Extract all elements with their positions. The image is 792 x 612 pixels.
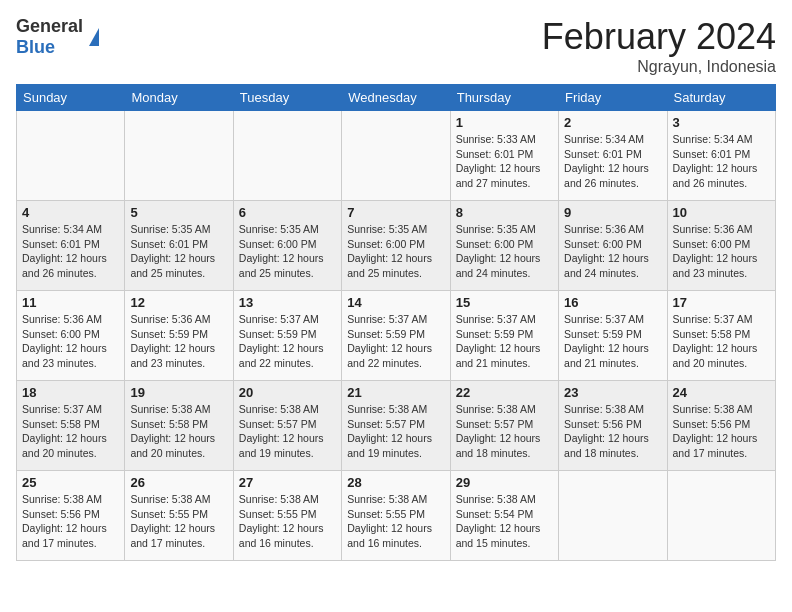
weekday-header-friday: Friday [559,85,667,111]
day-info: Sunrise: 5:37 AMSunset: 5:59 PMDaylight:… [564,312,661,371]
day-number: 8 [456,205,553,220]
location-subtitle: Ngrayun, Indonesia [542,58,776,76]
day-number: 3 [673,115,770,130]
calendar-cell: 19Sunrise: 5:38 AMSunset: 5:58 PMDayligh… [125,381,233,471]
day-number: 25 [22,475,119,490]
day-number: 1 [456,115,553,130]
calendar-cell: 29Sunrise: 5:38 AMSunset: 5:54 PMDayligh… [450,471,558,561]
calendar-cell: 5Sunrise: 5:35 AMSunset: 6:01 PMDaylight… [125,201,233,291]
day-info: Sunrise: 5:34 AMSunset: 6:01 PMDaylight:… [564,132,661,191]
calendar-cell: 4Sunrise: 5:34 AMSunset: 6:01 PMDaylight… [17,201,125,291]
day-info: Sunrise: 5:34 AMSunset: 6:01 PMDaylight:… [673,132,770,191]
month-title: February 2024 [542,16,776,58]
day-number: 2 [564,115,661,130]
calendar-cell: 13Sunrise: 5:37 AMSunset: 5:59 PMDayligh… [233,291,341,381]
day-number: 10 [673,205,770,220]
day-info: Sunrise: 5:36 AMSunset: 6:00 PMDaylight:… [673,222,770,281]
calendar-cell: 11Sunrise: 5:36 AMSunset: 6:00 PMDayligh… [17,291,125,381]
day-number: 27 [239,475,336,490]
weekday-header-sunday: Sunday [17,85,125,111]
calendar-cell: 7Sunrise: 5:35 AMSunset: 6:00 PMDaylight… [342,201,450,291]
calendar-week-4: 18Sunrise: 5:37 AMSunset: 5:58 PMDayligh… [17,381,776,471]
day-number: 29 [456,475,553,490]
day-info: Sunrise: 5:37 AMSunset: 5:59 PMDaylight:… [456,312,553,371]
day-number: 28 [347,475,444,490]
calendar-cell [125,111,233,201]
day-info: Sunrise: 5:36 AMSunset: 6:00 PMDaylight:… [22,312,119,371]
day-number: 12 [130,295,227,310]
logo-general: General [16,16,83,36]
weekday-header-monday: Monday [125,85,233,111]
day-number: 6 [239,205,336,220]
day-number: 14 [347,295,444,310]
day-info: Sunrise: 5:35 AMSunset: 6:01 PMDaylight:… [130,222,227,281]
day-info: Sunrise: 5:38 AMSunset: 5:55 PMDaylight:… [130,492,227,551]
calendar-table: SundayMondayTuesdayWednesdayThursdayFrid… [16,84,776,561]
day-number: 23 [564,385,661,400]
day-number: 18 [22,385,119,400]
calendar-cell: 3Sunrise: 5:34 AMSunset: 6:01 PMDaylight… [667,111,775,201]
day-info: Sunrise: 5:38 AMSunset: 5:57 PMDaylight:… [239,402,336,461]
calendar-week-5: 25Sunrise: 5:38 AMSunset: 5:56 PMDayligh… [17,471,776,561]
page-header: General Blue February 2024 Ngrayun, Indo… [16,16,776,76]
day-info: Sunrise: 5:38 AMSunset: 5:56 PMDaylight:… [564,402,661,461]
day-info: Sunrise: 5:35 AMSunset: 6:00 PMDaylight:… [239,222,336,281]
calendar-week-1: 1Sunrise: 5:33 AMSunset: 6:01 PMDaylight… [17,111,776,201]
weekday-header-row: SundayMondayTuesdayWednesdayThursdayFrid… [17,85,776,111]
calendar-cell: 24Sunrise: 5:38 AMSunset: 5:56 PMDayligh… [667,381,775,471]
day-number: 19 [130,385,227,400]
calendar-cell: 8Sunrise: 5:35 AMSunset: 6:00 PMDaylight… [450,201,558,291]
calendar-cell: 21Sunrise: 5:38 AMSunset: 5:57 PMDayligh… [342,381,450,471]
day-number: 7 [347,205,444,220]
day-info: Sunrise: 5:35 AMSunset: 6:00 PMDaylight:… [347,222,444,281]
weekday-header-saturday: Saturday [667,85,775,111]
calendar-cell [667,471,775,561]
calendar-cell: 23Sunrise: 5:38 AMSunset: 5:56 PMDayligh… [559,381,667,471]
calendar-week-3: 11Sunrise: 5:36 AMSunset: 6:00 PMDayligh… [17,291,776,381]
calendar-cell: 2Sunrise: 5:34 AMSunset: 6:01 PMDaylight… [559,111,667,201]
calendar-cell: 1Sunrise: 5:33 AMSunset: 6:01 PMDaylight… [450,111,558,201]
day-number: 4 [22,205,119,220]
day-info: Sunrise: 5:38 AMSunset: 5:54 PMDaylight:… [456,492,553,551]
calendar-cell: 22Sunrise: 5:38 AMSunset: 5:57 PMDayligh… [450,381,558,471]
day-info: Sunrise: 5:38 AMSunset: 5:57 PMDaylight:… [347,402,444,461]
calendar-cell: 28Sunrise: 5:38 AMSunset: 5:55 PMDayligh… [342,471,450,561]
calendar-cell: 15Sunrise: 5:37 AMSunset: 5:59 PMDayligh… [450,291,558,381]
calendar-cell: 20Sunrise: 5:38 AMSunset: 5:57 PMDayligh… [233,381,341,471]
calendar-cell [233,111,341,201]
day-number: 16 [564,295,661,310]
day-info: Sunrise: 5:37 AMSunset: 5:59 PMDaylight:… [347,312,444,371]
day-info: Sunrise: 5:37 AMSunset: 5:58 PMDaylight:… [22,402,119,461]
logo-text: General Blue [16,16,83,58]
day-info: Sunrise: 5:38 AMSunset: 5:56 PMDaylight:… [673,402,770,461]
day-number: 5 [130,205,227,220]
day-number: 13 [239,295,336,310]
day-info: Sunrise: 5:36 AMSunset: 6:00 PMDaylight:… [564,222,661,281]
calendar-week-2: 4Sunrise: 5:34 AMSunset: 6:01 PMDaylight… [17,201,776,291]
calendar-cell: 9Sunrise: 5:36 AMSunset: 6:00 PMDaylight… [559,201,667,291]
day-number: 15 [456,295,553,310]
logo-triangle-icon [89,28,99,46]
day-info: Sunrise: 5:38 AMSunset: 5:55 PMDaylight:… [239,492,336,551]
calendar-cell: 14Sunrise: 5:37 AMSunset: 5:59 PMDayligh… [342,291,450,381]
weekday-header-wednesday: Wednesday [342,85,450,111]
day-info: Sunrise: 5:35 AMSunset: 6:00 PMDaylight:… [456,222,553,281]
day-info: Sunrise: 5:38 AMSunset: 5:58 PMDaylight:… [130,402,227,461]
calendar-cell: 18Sunrise: 5:37 AMSunset: 5:58 PMDayligh… [17,381,125,471]
day-number: 9 [564,205,661,220]
day-info: Sunrise: 5:38 AMSunset: 5:56 PMDaylight:… [22,492,119,551]
weekday-header-tuesday: Tuesday [233,85,341,111]
day-number: 26 [130,475,227,490]
title-block: February 2024 Ngrayun, Indonesia [542,16,776,76]
day-info: Sunrise: 5:37 AMSunset: 5:58 PMDaylight:… [673,312,770,371]
calendar-cell: 12Sunrise: 5:36 AMSunset: 5:59 PMDayligh… [125,291,233,381]
calendar-cell [17,111,125,201]
calendar-cell: 26Sunrise: 5:38 AMSunset: 5:55 PMDayligh… [125,471,233,561]
calendar-cell: 10Sunrise: 5:36 AMSunset: 6:00 PMDayligh… [667,201,775,291]
logo-blue: Blue [16,37,55,57]
day-info: Sunrise: 5:38 AMSunset: 5:57 PMDaylight:… [456,402,553,461]
calendar-cell [559,471,667,561]
logo: General Blue [16,16,99,58]
calendar-cell: 6Sunrise: 5:35 AMSunset: 6:00 PMDaylight… [233,201,341,291]
calendar-cell: 27Sunrise: 5:38 AMSunset: 5:55 PMDayligh… [233,471,341,561]
